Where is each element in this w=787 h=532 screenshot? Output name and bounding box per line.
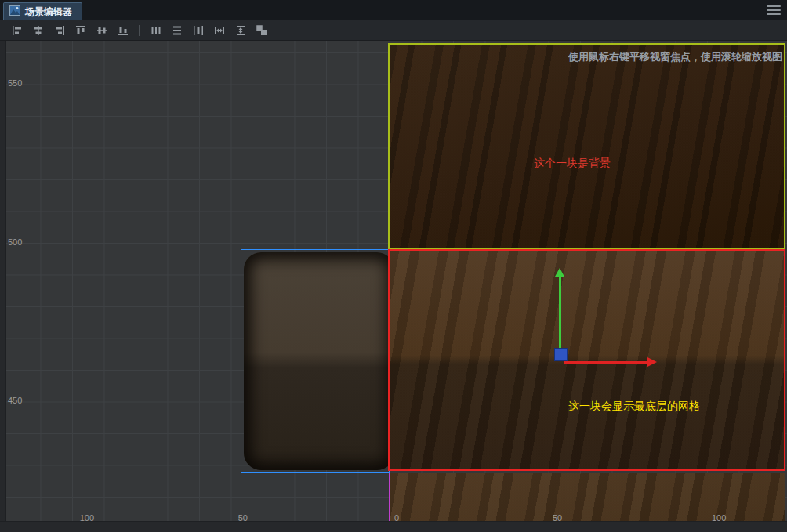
- bottom-ruler-strip: [0, 521, 787, 532]
- scene-viewport[interactable]: 这个一块是背景 这一块会显示最底层的网格 550 500 450 -100 -5…: [0, 41, 787, 532]
- x-axis-label-100: 100: [712, 513, 726, 523]
- x-axis-label-50: 50: [553, 513, 562, 523]
- align-left-icon[interactable]: [6, 22, 27, 39]
- gizmo-x-arrowhead-icon[interactable]: [647, 357, 657, 367]
- title-bar: 场景编辑器: [0, 0, 787, 20]
- x-axis-label-n50: -50: [235, 513, 248, 523]
- gizmo-origin-handle[interactable]: [554, 348, 568, 361]
- x-zero-axis-line: [389, 473, 390, 521]
- scene-image-icon: [9, 5, 20, 19]
- equal-height-icon[interactable]: [230, 22, 251, 39]
- scene-editor-window: 场景编辑器: [0, 0, 787, 532]
- gizmo-x-axis[interactable]: [564, 361, 647, 364]
- grid-block: 这一块会显示最底层的网格: [388, 249, 785, 471]
- tab-scene-editor[interactable]: 场景编辑器: [3, 2, 82, 20]
- hamburger-menu-icon[interactable]: [767, 4, 781, 16]
- equal-spacing-icon[interactable]: [187, 22, 209, 39]
- alignment-toolbar: [0, 20, 787, 41]
- equal-size-icon[interactable]: [251, 22, 272, 39]
- y-axis-label-550: 550: [8, 78, 22, 88]
- align-h-center-icon[interactable]: [27, 22, 49, 39]
- distribute-horizontal-icon[interactable]: [145, 22, 166, 39]
- gizmo-y-arrowhead-icon[interactable]: [555, 268, 564, 277]
- background-block-label: 这个一块是背景: [534, 157, 611, 171]
- selection-outline: [241, 249, 390, 473]
- align-v-center-icon[interactable]: [91, 22, 112, 39]
- grid-block-label: 这一块会显示最底层的网格: [568, 400, 700, 414]
- x-axis-label-n100: -100: [77, 513, 94, 523]
- x-axis-label-0: 0: [394, 513, 399, 523]
- y-axis-label-500: 500: [8, 237, 22, 247]
- left-ruler-strip: [0, 41, 6, 521]
- background-block: 这个一块是背景: [388, 43, 785, 249]
- toolbar-divider: [139, 25, 140, 36]
- equal-width-icon[interactable]: [209, 22, 230, 39]
- tab-label: 场景编辑器: [25, 5, 72, 19]
- viewport-hint-text: 使用鼠标右键平移视窗焦点，使用滚轮缩放视图: [568, 50, 782, 64]
- y-axis-label-450: 450: [8, 396, 22, 405]
- distribute-vertical-icon[interactable]: [166, 22, 187, 39]
- align-right-icon[interactable]: [49, 22, 70, 39]
- align-bottom-icon[interactable]: [112, 22, 133, 39]
- align-top-icon[interactable]: [70, 22, 91, 39]
